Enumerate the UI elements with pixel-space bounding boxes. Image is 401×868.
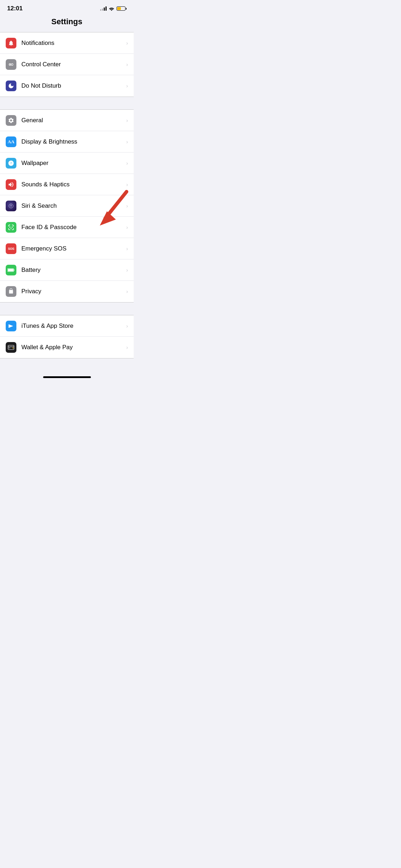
settings-item-do-not-disturb[interactable]: Do Not Disturb ›	[0, 75, 134, 97]
emergency-sos-label: Emergency SOS	[21, 245, 123, 252]
wallpaper-label: Wallpaper	[21, 160, 123, 167]
do-not-disturb-icon	[6, 81, 16, 91]
do-not-disturb-chevron: ›	[126, 83, 128, 89]
wallet-apple-pay-icon	[6, 342, 16, 353]
settings-item-siri-search[interactable]: Siri & Search ›	[0, 195, 134, 217]
svg-point-4	[10, 162, 11, 163]
control-center-label: Control Center	[21, 61, 123, 68]
svg-rect-15	[9, 348, 10, 348]
svg-point-5	[9, 204, 13, 208]
battery-label: Battery	[21, 267, 123, 274]
siri-search-icon	[6, 201, 16, 211]
settings-item-wallet-apple-pay[interactable]: Wallet & Apple Pay ›	[0, 337, 134, 358]
wallet-apple-pay-label: Wallet & Apple Pay	[21, 344, 123, 351]
sounds-haptics-icon	[6, 179, 16, 190]
siri-search-chevron: ›	[126, 203, 128, 209]
notifications-chevron: ›	[126, 40, 128, 46]
general-chevron: ›	[126, 118, 128, 123]
settings-item-sounds-haptics[interactable]: Sounds & Haptics ›	[0, 174, 134, 195]
settings-item-privacy[interactable]: Privacy ›	[0, 281, 134, 302]
face-id-icon	[6, 222, 16, 233]
home-indicator	[0, 373, 134, 381]
control-center-chevron: ›	[126, 62, 128, 67]
settings-item-face-id[interactable]: Face ID & Passcode ›	[0, 217, 134, 238]
privacy-chevron: ›	[126, 289, 128, 294]
svg-rect-6	[11, 227, 11, 228]
face-id-label: Face ID & Passcode	[21, 224, 123, 231]
sounds-haptics-chevron: ›	[126, 182, 128, 187]
settings-item-display-brightness[interactable]: AA Display & Brightness ›	[0, 131, 134, 153]
svg-point-1	[11, 63, 13, 65]
section-gap-2	[0, 303, 134, 315]
settings-group-2: General › AA Display & Brightness › Wall…	[0, 109, 134, 303]
page-title-bar: Settings	[0, 15, 134, 32]
page-title: Settings	[0, 17, 134, 26]
signal-icon	[100, 6, 107, 11]
wallpaper-chevron: ›	[126, 160, 128, 166]
svg-point-2	[10, 64, 10, 64]
display-brightness-chevron: ›	[126, 139, 128, 145]
emergency-sos-icon: SOS	[6, 243, 16, 254]
control-center-icon	[6, 59, 16, 70]
itunes-app-store-label: iTunes & App Store	[21, 322, 123, 330]
siri-search-label: Siri & Search	[21, 202, 123, 210]
face-id-chevron: ›	[126, 224, 128, 230]
svg-rect-16	[12, 347, 14, 348]
bottom-space	[0, 358, 134, 373]
svg-rect-10	[8, 269, 13, 271]
privacy-icon	[6, 286, 16, 297]
status-bar: 12:01	[0, 0, 134, 15]
notifications-icon	[6, 38, 16, 48]
settings-item-control-center[interactable]: Control Center ›	[0, 54, 134, 75]
settings-item-notifications[interactable]: Notifications ›	[0, 32, 134, 54]
svg-rect-11	[14, 269, 15, 270]
svg-rect-13	[8, 345, 14, 350]
battery-status-icon	[117, 6, 127, 11]
status-icons	[100, 6, 127, 11]
settings-group-3: iTunes & App Store › Wallet & Apple Pay …	[0, 315, 134, 358]
notifications-label: Notifications	[21, 40, 123, 47]
itunes-app-store-chevron: ›	[126, 323, 128, 329]
section-gap-1	[0, 97, 134, 109]
general-icon	[6, 115, 16, 126]
settings-item-itunes-app-store[interactable]: iTunes & App Store ›	[0, 315, 134, 337]
settings-item-wallpaper[interactable]: Wallpaper ›	[0, 153, 134, 174]
display-brightness-label: Display & Brightness	[21, 138, 123, 145]
do-not-disturb-label: Do Not Disturb	[21, 82, 123, 89]
svg-marker-12	[9, 324, 13, 328]
battery-icon	[6, 265, 16, 275]
display-brightness-icon: AA	[6, 136, 16, 147]
status-time: 12:01	[7, 5, 22, 12]
home-bar	[43, 376, 91, 378]
battery-chevron: ›	[126, 267, 128, 273]
wallpaper-icon	[6, 158, 16, 169]
wallet-apple-pay-chevron: ›	[126, 345, 128, 350]
emergency-sos-chevron: ›	[126, 246, 128, 252]
settings-item-battery[interactable]: Battery ›	[0, 259, 134, 281]
sounds-haptics-label: Sounds & Haptics	[21, 181, 123, 188]
general-label: General	[21, 117, 123, 124]
wifi-icon	[109, 6, 114, 11]
svg-rect-14	[8, 346, 14, 347]
privacy-label: Privacy	[21, 288, 123, 295]
settings-group-1: Notifications › Control Center › Do Not …	[0, 32, 134, 97]
itunes-app-store-icon	[6, 321, 16, 331]
settings-item-emergency-sos[interactable]: SOS Emergency SOS ›	[0, 238, 134, 259]
settings-item-general[interactable]: General ›	[0, 110, 134, 131]
